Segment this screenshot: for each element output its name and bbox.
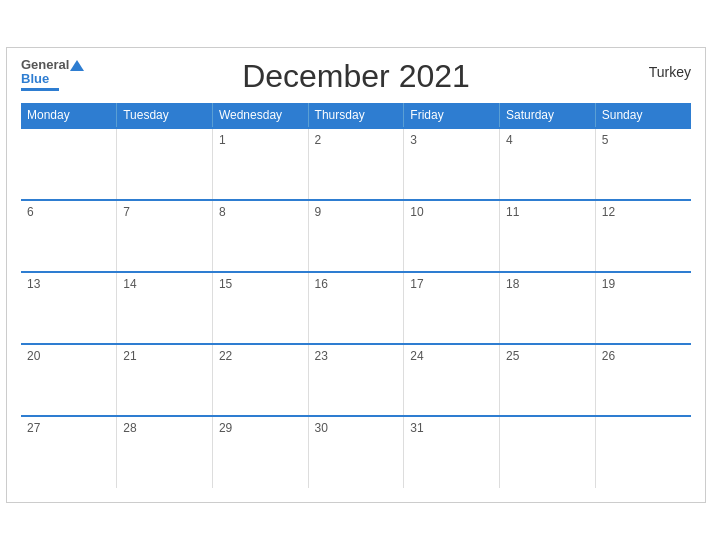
day-number: 23 [315,349,328,363]
day-number: 15 [219,277,232,291]
calendar-week-row: 6789101112 [21,200,691,272]
calendar-day-cell: 6 [21,200,117,272]
day-number: 19 [602,277,615,291]
country-label: Turkey [649,64,691,80]
calendar-day-cell: 21 [117,344,213,416]
day-number: 12 [602,205,615,219]
calendar-day-cell: 1 [212,128,308,200]
calendar-week-row: 13141516171819 [21,272,691,344]
day-number: 11 [506,205,519,219]
calendar-body: 1234567891011121314151617181920212223242… [21,128,691,488]
day-number: 24 [410,349,423,363]
calendar-day-cell: 15 [212,272,308,344]
col-tuesday: Tuesday [117,103,213,128]
calendar-day-cell: 19 [595,272,691,344]
calendar-day-cell: 8 [212,200,308,272]
calendar-day-cell: 22 [212,344,308,416]
calendar-day-cell [595,416,691,488]
col-monday: Monday [21,103,117,128]
calendar-day-cell: 5 [595,128,691,200]
calendar-day-cell: 29 [212,416,308,488]
day-number: 29 [219,421,232,435]
calendar-day-cell: 17 [404,272,500,344]
day-number: 16 [315,277,328,291]
day-number: 27 [27,421,40,435]
calendar-week-row: 12345 [21,128,691,200]
calendar-day-cell: 20 [21,344,117,416]
calendar-day-cell: 16 [308,272,404,344]
col-friday: Friday [404,103,500,128]
calendar-week-row: 2728293031 [21,416,691,488]
calendar-day-cell: 23 [308,344,404,416]
calendar-week-row: 20212223242526 [21,344,691,416]
col-wednesday: Wednesday [212,103,308,128]
day-number: 1 [219,133,226,147]
calendar-day-cell [500,416,596,488]
calendar-table: Monday Tuesday Wednesday Thursday Friday… [21,103,691,488]
calendar-day-cell [21,128,117,200]
day-number: 6 [27,205,34,219]
calendar-day-cell: 28 [117,416,213,488]
day-number: 26 [602,349,615,363]
calendar-day-cell: 7 [117,200,213,272]
calendar-day-cell: 31 [404,416,500,488]
calendar-day-cell: 4 [500,128,596,200]
day-number: 31 [410,421,423,435]
calendar-day-cell: 26 [595,344,691,416]
calendar-day-cell: 11 [500,200,596,272]
calendar-day-cell: 12 [595,200,691,272]
calendar-container: General Blue December 2021 Turkey Monday… [6,47,706,503]
day-number: 30 [315,421,328,435]
logo-blue-text: Blue [21,71,49,86]
day-number: 20 [27,349,40,363]
day-number: 22 [219,349,232,363]
month-title: December 2021 [242,58,470,95]
day-number: 5 [602,133,609,147]
calendar-day-cell: 3 [404,128,500,200]
day-number: 3 [410,133,417,147]
calendar-day-cell [117,128,213,200]
day-number: 7 [123,205,130,219]
calendar-header: General Blue December 2021 Turkey [21,58,691,95]
day-number: 18 [506,277,519,291]
logo-line [21,88,59,91]
day-number: 17 [410,277,423,291]
day-number: 9 [315,205,322,219]
day-number: 8 [219,205,226,219]
day-number: 2 [315,133,322,147]
logo: General Blue [21,58,84,91]
calendar-day-cell: 18 [500,272,596,344]
calendar-day-cell: 10 [404,200,500,272]
col-thursday: Thursday [308,103,404,128]
logo-general-text: General [21,57,69,72]
day-number: 21 [123,349,136,363]
day-number: 4 [506,133,513,147]
calendar-day-cell: 24 [404,344,500,416]
calendar-day-cell: 30 [308,416,404,488]
calendar-day-cell: 25 [500,344,596,416]
calendar-day-cell: 14 [117,272,213,344]
day-number: 14 [123,277,136,291]
calendar-day-cell: 27 [21,416,117,488]
col-saturday: Saturday [500,103,596,128]
calendar-day-cell: 9 [308,200,404,272]
day-number: 13 [27,277,40,291]
calendar-day-cell: 13 [21,272,117,344]
col-sunday: Sunday [595,103,691,128]
day-number: 28 [123,421,136,435]
calendar-header-row: Monday Tuesday Wednesday Thursday Friday… [21,103,691,128]
logo-triangle-icon [70,60,84,71]
calendar-day-cell: 2 [308,128,404,200]
day-number: 25 [506,349,519,363]
day-number: 10 [410,205,423,219]
